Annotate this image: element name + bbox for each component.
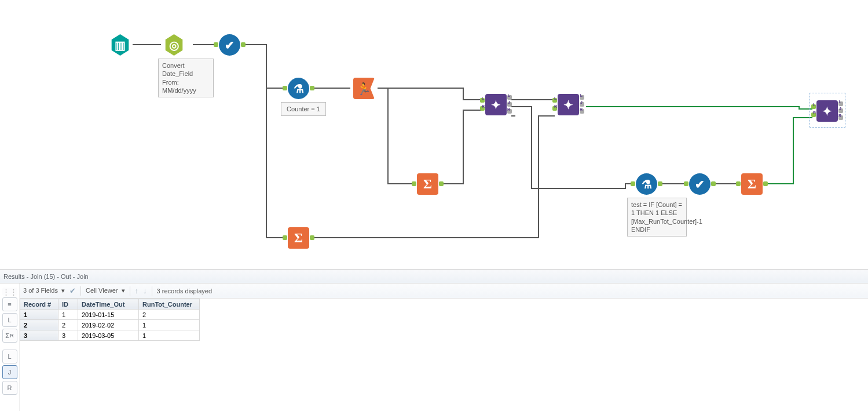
table-row[interactable]: 2 2 2019-02-02 1 bbox=[20, 320, 200, 330]
up-arrow-icon[interactable]: ↑ bbox=[135, 286, 139, 295]
results-toolbar: 3 of 3 Fields ▾ ✔ Cell Viewer ▾ ↑ ↓ 3 re… bbox=[20, 283, 868, 299]
sigma-icon: Σ bbox=[423, 177, 432, 192]
running-total-tool[interactable]: 🏃 bbox=[353, 78, 375, 99]
join-icon: ✦ bbox=[491, 99, 501, 111]
check-icon: ✔ bbox=[695, 179, 705, 190]
select-tool[interactable]: ✔ bbox=[219, 34, 240, 56]
check-icon: ✔ bbox=[225, 39, 235, 51]
summarize-tool-2[interactable]: Σ bbox=[288, 227, 309, 249]
formula-tool-test[interactable]: ⚗ bbox=[636, 173, 657, 195]
formula-tool-counter[interactable]: ⚗ bbox=[288, 78, 309, 99]
datetime-tool[interactable]: ◎ bbox=[163, 34, 185, 56]
select-tool-2[interactable]: ✔ bbox=[689, 173, 710, 195]
down-arrow-icon[interactable]: ↓ bbox=[143, 286, 147, 295]
table-row[interactable]: 1 1 2019-01-15 2 bbox=[20, 310, 200, 320]
book-icon: ▥ bbox=[115, 39, 126, 51]
datetime-annotation: Convert Date_Field From: MM/dd/yyyy bbox=[158, 59, 214, 97]
sigma-icon: Σ bbox=[294, 231, 303, 246]
col-counter[interactable]: RunTot_Counter bbox=[139, 299, 200, 310]
cell-viewer-dropdown[interactable]: Cell Viewer ▾ bbox=[86, 287, 125, 294]
flask-icon: ⚗ bbox=[642, 179, 652, 190]
anchor-R-icon[interactable]: ΣR bbox=[2, 329, 17, 343]
table-header-row: Record # ID DateTime_Out RunTot_Counter bbox=[20, 299, 200, 310]
formula-annotation-counter: Counter = 1 bbox=[281, 102, 326, 116]
join-tool-2[interactable]: ✦ L J R L R bbox=[558, 94, 579, 115]
fields-dropdown[interactable]: 3 of 3 Fields ▾ bbox=[23, 287, 65, 294]
col-id[interactable]: ID bbox=[58, 299, 78, 310]
summarize-tool-1[interactable]: Σ bbox=[417, 173, 438, 195]
flask-icon: ⚗ bbox=[294, 83, 304, 94]
join-tool-1[interactable]: ✦ L J R L R bbox=[485, 94, 507, 115]
join-icon: ✦ bbox=[822, 106, 832, 117]
formula-annotation-test: test = IF [Count] = 1 THEN 1 ELSE [Max_R… bbox=[627, 198, 687, 237]
runner-icon: 🏃 bbox=[357, 83, 371, 94]
clock-icon: ◎ bbox=[169, 39, 179, 51]
results-side-tools: ⋮⋮ ≡ L ΣR L J R bbox=[0, 283, 20, 411]
input-data-tool[interactable]: ▥ bbox=[109, 34, 131, 56]
anchor-J-icon[interactable]: J bbox=[2, 365, 17, 379]
anchor-L2-icon[interactable]: L bbox=[2, 350, 17, 363]
join-tool-3-selected[interactable]: ✦ L J R L R bbox=[816, 100, 838, 122]
results-header: Results - Join (15) - Out - Join bbox=[0, 270, 868, 283]
anchor-R2-icon[interactable]: R bbox=[2, 381, 17, 395]
table-row[interactable]: 3 3 2019-03-05 1 bbox=[20, 330, 200, 341]
dots-icon[interactable]: ⋮⋮ bbox=[2, 288, 17, 296]
workflow-canvas[interactable]: ▥ ◎ Convert Date_Field From: MM/dd/yyyy … bbox=[0, 0, 868, 267]
fields-check-icon[interactable]: ✔ bbox=[69, 286, 76, 295]
col-record[interactable]: Record # bbox=[20, 299, 58, 310]
results-table[interactable]: Record # ID DateTime_Out RunTot_Counter … bbox=[20, 299, 200, 341]
messages-icon[interactable]: ≡ bbox=[2, 297, 17, 311]
sigma-icon: Σ bbox=[748, 177, 756, 192]
col-datetime[interactable]: DateTime_Out bbox=[78, 299, 139, 310]
summarize-tool-3[interactable]: Σ bbox=[741, 173, 763, 195]
join-icon: ✦ bbox=[563, 99, 573, 111]
anchor-L-icon[interactable]: L bbox=[2, 313, 17, 327]
results-panel: Results - Join (15) - Out - Join ⋮⋮ ≡ L … bbox=[0, 269, 868, 411]
records-displayed-label: 3 records displayed bbox=[157, 288, 212, 294]
